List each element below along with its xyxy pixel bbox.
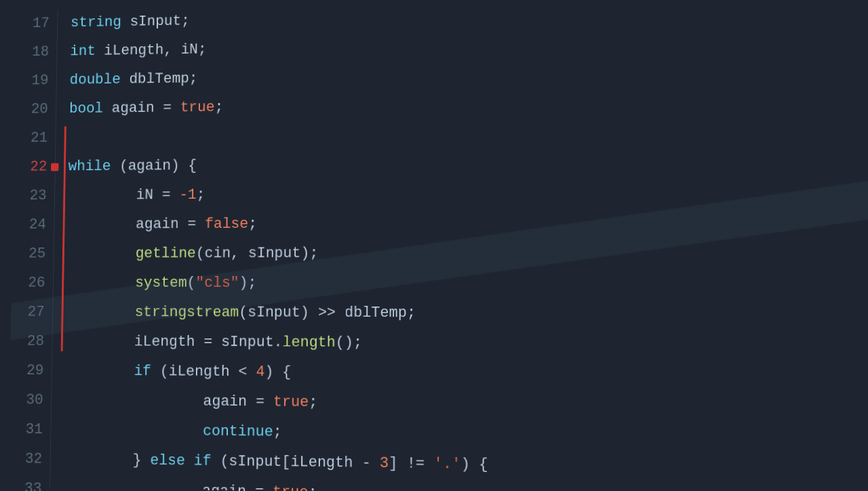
line-num-27: 27 (11, 298, 45, 327)
line-num-20: 20 (14, 95, 48, 124)
code-line-24: again = false; (67, 207, 868, 239)
line-num-21: 21 (14, 124, 48, 153)
code-line-26: system("cls"); (66, 269, 868, 299)
code-editor: 17 18 19 20 21 22 23 24 25 26 27 28 29 3… (8, 0, 868, 491)
line-numbers-gutter: 17 18 19 20 21 22 23 24 25 26 27 28 29 3… (8, 9, 58, 488)
line-num-18: 18 (16, 38, 50, 67)
line-num-33: 33 (7, 474, 42, 491)
line-num-22: 22 (14, 153, 47, 182)
line-num-19: 19 (15, 66, 49, 96)
breakpoint-22 (51, 163, 59, 172)
code-area[interactable]: string sInput; int iLength, iN; double d… (50, 0, 868, 491)
line-num-25: 25 (12, 239, 46, 269)
line-num-17: 17 (16, 9, 50, 39)
code-line-27: stringstream(sInput) >> dblTemp; (66, 298, 868, 330)
code-line-22: while (again) { (68, 146, 868, 181)
code-line-28: iLength = sInput.length(); (65, 327, 868, 361)
line-num-24: 24 (12, 211, 46, 240)
line-num-29: 29 (10, 356, 44, 386)
line-num-32: 32 (8, 444, 42, 474)
code-line-25: getline(cin, sInput); (66, 238, 868, 269)
line-num-26: 26 (12, 269, 45, 298)
line-num-23: 23 (13, 182, 47, 211)
code-line-23: iN = -1; (68, 176, 868, 210)
line-num-30: 30 (9, 386, 43, 416)
line-num-28: 28 (10, 327, 44, 356)
line-num-31: 31 (9, 415, 43, 445)
